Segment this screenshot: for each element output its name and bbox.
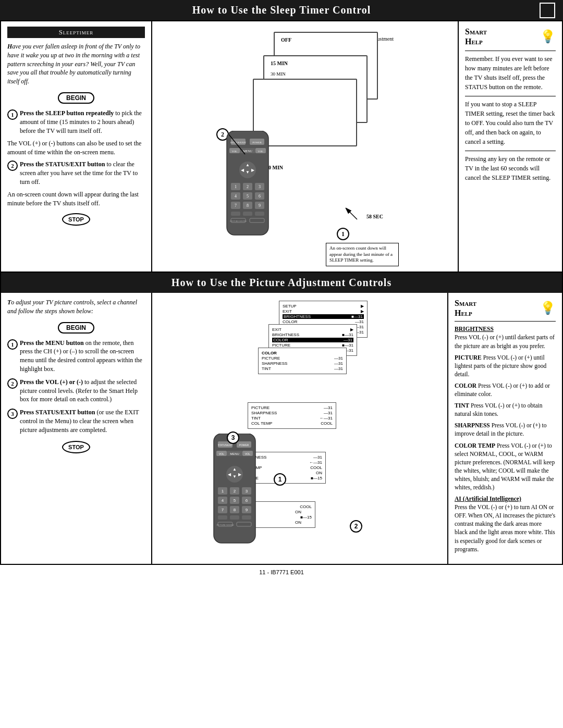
timer-15-label: 15 MIN xyxy=(264,56,366,70)
svg-text:▼: ▼ xyxy=(232,474,237,479)
step3-indicator: 3 xyxy=(227,431,239,444)
timer-58: 58 SEC xyxy=(366,214,383,219)
step2-extra: An on-screen count down will appear duri… xyxy=(7,190,145,208)
menu-row-sharpness4: SHARPNESS—31 xyxy=(251,411,333,415)
svg-rect-35 xyxy=(231,212,240,216)
sleep-timer-subheader: Sleeptimer xyxy=(7,27,145,38)
svg-text:STATUS/EXIT: STATUS/EXIT xyxy=(230,141,247,144)
menu-row-brightness2: BRIGHTNESS■—31 xyxy=(272,332,353,337)
menu-row-color-title: COLOR xyxy=(262,351,343,355)
pic-adj-begin-wrap: BEGIN xyxy=(7,320,145,336)
tint-title: TINT xyxy=(455,402,469,409)
menu-screen-3: COLOR PICTURE—31 SHARPNESS—31 TINT—31 xyxy=(258,348,347,374)
menu-row-tint2: TINT←—31 xyxy=(251,416,333,421)
menu-row-picture3: PICTURE—31 xyxy=(262,356,343,361)
svg-text:PICTURE SOUND: PICTURE SOUND xyxy=(230,220,247,223)
step1-extra: The VOL (+) or (-) buttons can also be u… xyxy=(7,139,145,157)
svg-rect-79 xyxy=(242,515,251,520)
page-footer: 11 - IB7771 E001 xyxy=(0,565,563,579)
svg-text:▲: ▲ xyxy=(232,467,237,472)
step2-num: 2 xyxy=(7,161,18,171)
smart-title2-line1: Smart xyxy=(455,298,476,308)
ai-text: Press the VOL (-) or (+) to turn AI ON o… xyxy=(455,504,555,552)
corner-decoration xyxy=(540,3,555,18)
pic-adj-stop-button: STOP xyxy=(62,441,90,453)
svg-text:1: 1 xyxy=(222,489,224,493)
step2: 2 Press the STATUS/EXIT button to clear … xyxy=(7,160,145,186)
sleep-timer-illustration: On-screen adjustment OFF 15 MIN xyxy=(152,21,458,272)
section1-title: How to Use the Sleep Timer Control xyxy=(192,4,371,16)
svg-text:▲: ▲ xyxy=(246,163,250,167)
smart-help-p3: Pressing any key on the remote or TV in … xyxy=(465,154,556,182)
svg-text:POWER: POWER xyxy=(252,141,262,144)
svg-rect-77 xyxy=(218,515,227,520)
svg-text:VOL: VOL xyxy=(245,452,250,455)
smart-help-p2: If you want to stop a SLEEP TIMER settin… xyxy=(465,100,556,146)
pic-adj-step2-text: Press the VOL (+) or (-) to adjust the s… xyxy=(20,378,145,404)
begin-button: BEGIN xyxy=(58,92,94,104)
timer-30: 30 MIN xyxy=(271,70,360,78)
smart-help-title-2: Smart Help xyxy=(455,298,476,318)
svg-text:VOL: VOL xyxy=(232,150,237,153)
svg-text:4: 4 xyxy=(222,498,224,503)
tint-block: TINT Press VOL (-) or (+) to obtain natu… xyxy=(455,401,556,418)
svg-line-42 xyxy=(347,209,357,219)
smart-help-header-1: Smart Help 💡 xyxy=(465,27,556,46)
main-content: Sleeptimer Have you ever fallen asleep i… xyxy=(0,20,563,565)
svg-text:6: 6 xyxy=(259,194,261,199)
stop-button: STOP xyxy=(62,213,90,226)
svg-text:▶: ▶ xyxy=(238,472,242,477)
divider-1 xyxy=(465,51,556,51)
section1-header: How to Use the Sleep Timer Control xyxy=(0,0,563,20)
pic-adj-step1-text: Press the MENU button on the remote, the… xyxy=(20,339,145,374)
step1-num: 1 xyxy=(7,109,18,120)
smart-help-title-1: Smart Help xyxy=(465,27,487,46)
step2-indicator-pic: 2 xyxy=(350,520,362,533)
menu-row-tint1: TINT—31 xyxy=(262,366,343,371)
bulb-icon-1: 💡 xyxy=(540,29,556,44)
pic-adj-step3-num: 3 xyxy=(7,409,18,419)
divider-3 xyxy=(465,151,556,151)
svg-text:MENU: MENU xyxy=(243,150,252,153)
svg-text:7: 7 xyxy=(235,203,237,208)
pic-adj-step2-num: 2 xyxy=(7,378,18,389)
picture-adj-section: To adjust your TV picture controls, sele… xyxy=(1,293,562,564)
section2-title: How to Use the Picture Adjustment Contro… xyxy=(172,277,391,288)
pic-adj-illustration: SETUP▶ EXIT▶ BRIGHTNESS■—31 COLOR—31 PIC… xyxy=(152,293,447,564)
bulb-icon-2: 💡 xyxy=(540,301,556,315)
section2-header: How to Use the Picture Adjustment Contro… xyxy=(1,273,562,293)
svg-text:2: 2 xyxy=(247,184,249,189)
footer-text: 11 - IB7771 E001 xyxy=(259,569,304,575)
svg-text:POWER: POWER xyxy=(239,443,249,447)
sharpness-title: SHARPNESS xyxy=(455,422,490,428)
svg-text:4: 4 xyxy=(235,194,237,199)
brightness-text: Press VOL (-) or (+) until darkest parts… xyxy=(455,334,555,349)
remote-svg: STATUS/EXIT POWER VOL VOL MENU ▲ ▼ ◀ xyxy=(222,131,274,245)
svg-rect-36 xyxy=(243,212,252,216)
ai-title: AI (Artificial Intelligence) xyxy=(455,496,521,502)
svg-text:◀: ◀ xyxy=(228,472,231,477)
step2-text: Press the STATUS/EXIT button to clear th… xyxy=(20,160,145,186)
svg-text:9: 9 xyxy=(259,203,261,208)
divider-2 xyxy=(465,96,556,96)
sharpness-block: SHARPNESS Press VOL (-) or (+) to improv… xyxy=(455,421,556,438)
color-block: COLOR Press VOL (-) or (+) to add or eli… xyxy=(455,381,556,398)
colortemp-text: Press VOL (-) or (+) to select NORMAL, C… xyxy=(455,442,555,490)
svg-text:3: 3 xyxy=(259,184,261,189)
menu-row-sharpness3: SHARPNESS—31 xyxy=(262,361,343,366)
pic-adj-step1: 1 Press the MENU button on the remote, t… xyxy=(7,339,145,374)
svg-text:STATUS/EXIT: STATUS/EXIT xyxy=(218,444,233,447)
begin-wrap: BEGIN xyxy=(7,90,145,106)
step1-indicator-illus: 1 xyxy=(337,228,349,240)
remote-svg-2: STATUS/EXIT POWER VOL VOL MENU ▲ ▼ ◀ ▶ 1 xyxy=(209,434,261,553)
menu-row-coltemp1: COL TEMPCOOL xyxy=(251,421,333,426)
menu-row-exit: EXIT▶ xyxy=(283,309,364,314)
svg-text:7: 7 xyxy=(222,508,224,512)
svg-text:6: 6 xyxy=(246,498,248,503)
sleep-timer-lead: Have you ever fallen asleep in front of … xyxy=(7,42,145,86)
colortemp-block: COLOR TEMP Press VOL (-) or (+) to selec… xyxy=(455,441,556,492)
off-label: OFF xyxy=(275,33,377,47)
pic-adj-left-panel: To adjust your TV picture controls, sele… xyxy=(1,293,152,564)
svg-rect-37 xyxy=(255,212,264,216)
svg-rect-78 xyxy=(230,515,239,520)
